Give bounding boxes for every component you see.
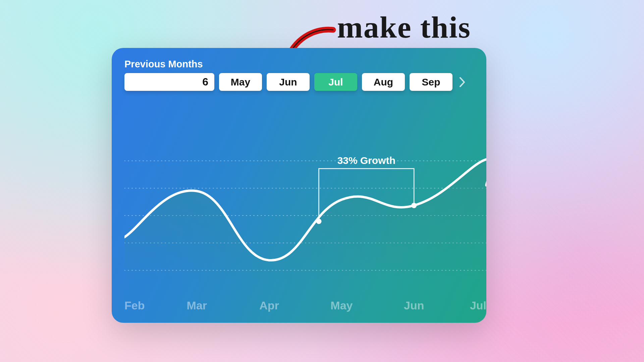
x-axis-label: Jul	[470, 299, 486, 312]
chart-area-fill	[124, 159, 486, 278]
chart-area: 33% GrowthFebMarAprMayJunJul	[124, 127, 486, 316]
x-axis-label: Jun	[404, 299, 424, 312]
growth-label: 33% Growth	[337, 155, 395, 166]
previous-months-label: Previous Months	[124, 59, 474, 70]
controls-row: MayJunJulAugSep	[124, 73, 474, 91]
month-pill-sep[interactable]: Sep	[410, 73, 452, 91]
handwritten-callout: make this	[337, 9, 471, 45]
month-pill-may[interactable]: May	[219, 73, 262, 91]
x-axis-label: Feb	[124, 299, 145, 312]
x-axis-label: May	[330, 299, 353, 312]
marker-start	[316, 219, 322, 224]
x-axis-label: Mar	[187, 299, 207, 312]
months-scroll-next-button[interactable]	[457, 73, 467, 91]
month-pill-jun[interactable]: Jun	[267, 73, 310, 91]
marker-end	[411, 203, 417, 208]
month-pill-jul[interactable]: Jul	[314, 73, 357, 91]
previous-months-input[interactable]	[124, 73, 214, 91]
chart-card: Previous Months MayJunJulAugSep 33% Grow…	[112, 48, 486, 323]
chevron-right-icon	[459, 76, 466, 88]
month-pill-aug[interactable]: Aug	[362, 73, 405, 91]
area-chart: 33% GrowthFebMarAprMayJunJul	[124, 127, 486, 316]
x-axis-label: Apr	[259, 299, 279, 312]
